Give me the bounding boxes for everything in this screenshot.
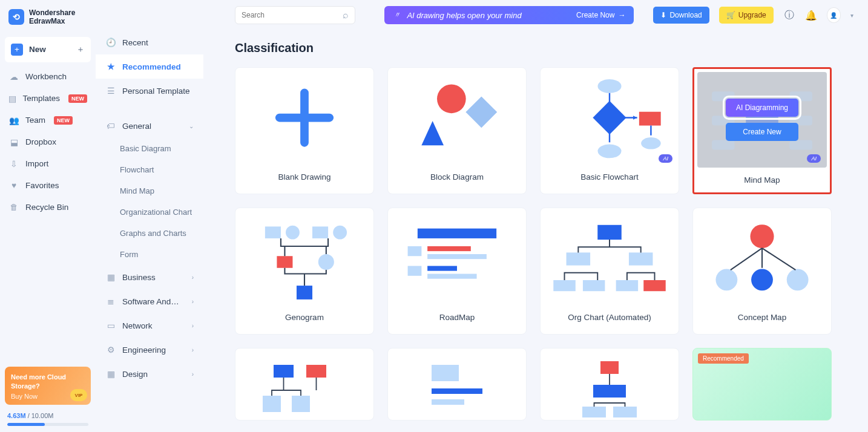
doc-icon: ☰ bbox=[105, 85, 116, 96]
svg-rect-30 bbox=[567, 252, 591, 265]
cat-software[interactable]: ≣ Software And…› bbox=[96, 289, 203, 313]
card-thumb bbox=[235, 208, 373, 308]
business-icon: ▦ bbox=[105, 272, 116, 283]
sub-mind-map[interactable]: Mind Map bbox=[96, 180, 203, 201]
card-blank-drawing[interactable]: Blank Drawing bbox=[235, 67, 374, 194]
download-button[interactable]: ⬇ Download bbox=[653, 7, 709, 24]
sub-org-chart[interactable]: Organizational Chart bbox=[96, 201, 203, 223]
card-org-chart[interactable]: Org Chart (Automated) bbox=[540, 208, 679, 335]
sub-graphs[interactable]: Graphs and Charts bbox=[96, 223, 203, 244]
ai-badge: AI bbox=[807, 154, 821, 163]
sidebar-item-import[interactable]: ⇩ Import bbox=[0, 153, 96, 175]
card-basic-flowchart[interactable]: AI Basic Flowchart bbox=[540, 67, 679, 194]
design-icon: ▦ bbox=[105, 368, 116, 379]
section-title: Classification bbox=[235, 41, 853, 55]
card-partial-2[interactable] bbox=[387, 348, 527, 421]
new-label: New bbox=[29, 45, 46, 54]
chevron-right-icon: › bbox=[192, 298, 194, 305]
card-block-diagram[interactable]: Block Diagram bbox=[387, 67, 527, 194]
create-now-link[interactable]: Create Now → bbox=[576, 11, 625, 19]
search-box[interactable]: ⌕ bbox=[235, 6, 355, 24]
storage-info: 4.63M / 10.00M bbox=[0, 410, 96, 419]
download-icon: ⬇ bbox=[660, 11, 666, 19]
promo-title: Need more Cloud Storage? bbox=[11, 373, 85, 390]
svg-point-0 bbox=[437, 85, 466, 114]
card-label: Block Diagram bbox=[430, 168, 484, 182]
card-label: Concept Map bbox=[738, 308, 786, 322]
new-button[interactable]: + New ＋ bbox=[5, 37, 91, 62]
ai-banner[interactable]: 〃 AI drawing helps open your mind Create… bbox=[384, 6, 634, 24]
sidebar-item-templates[interactable]: ▤ Templates NEW bbox=[0, 88, 96, 110]
svg-rect-40 bbox=[274, 365, 294, 378]
create-new-button[interactable]: Create New bbox=[726, 123, 798, 141]
svg-rect-29 bbox=[597, 225, 622, 240]
sub-basic-diagram[interactable]: Basic Diagram bbox=[96, 138, 203, 159]
card-recommended[interactable]: Recommended bbox=[692, 348, 832, 421]
svg-rect-24 bbox=[427, 246, 471, 251]
svg-rect-46 bbox=[432, 399, 464, 405]
sidebar-item-workbench[interactable]: ☁ Workbench bbox=[0, 66, 96, 88]
card-partial-1[interactable] bbox=[235, 348, 374, 421]
sidebar-item-team[interactable]: 👥 Team NEW bbox=[0, 110, 96, 131]
arrow-right-icon: → bbox=[618, 11, 625, 19]
cat-design[interactable]: ▦ Design› bbox=[96, 362, 203, 386]
card-overlay: AI Diagramming Create New bbox=[726, 99, 798, 141]
template-grid: Blank Drawing Block Diagram AI Basic Flo… bbox=[235, 67, 853, 421]
card-concept-map[interactable]: Concept Map bbox=[692, 208, 832, 335]
card-label: Org Chart (Automated) bbox=[568, 308, 651, 322]
cat-recommended[interactable]: ★ Recommended bbox=[96, 54, 203, 79]
chevron-down-icon[interactable]: ▾ bbox=[850, 12, 853, 19]
sidebar-item-recyclebin[interactable]: 🗑 Recycle Bin bbox=[0, 197, 96, 218]
bell-icon[interactable]: 🔔 bbox=[805, 8, 817, 22]
cat-business[interactable]: ▦ Business› bbox=[96, 265, 203, 289]
card-thumb bbox=[693, 208, 831, 308]
help-icon[interactable]: ⓘ bbox=[783, 8, 795, 22]
logo-icon: ⟲ bbox=[8, 9, 24, 25]
card-partial-3[interactable] bbox=[540, 348, 679, 421]
card-thumb bbox=[388, 208, 526, 308]
chevron-right-icon: › bbox=[192, 274, 194, 281]
storage-promo[interactable]: Need more Cloud Storage? Buy Now VIP bbox=[5, 367, 91, 405]
svg-rect-11 bbox=[712, 140, 734, 149]
sidebar-item-dropbox[interactable]: ⬓ Dropbox bbox=[0, 131, 96, 153]
sub-flowchart[interactable]: Flowchart bbox=[96, 159, 203, 180]
search-icon: ⌕ bbox=[343, 10, 349, 21]
search-input[interactable] bbox=[242, 11, 343, 19]
card-label: RoadMap bbox=[439, 308, 475, 322]
software-icon: ≣ bbox=[105, 296, 116, 307]
clock-icon: 🕘 bbox=[105, 37, 116, 48]
svg-point-36 bbox=[750, 224, 774, 248]
avatar[interactable]: 👤 bbox=[827, 7, 841, 23]
cat-personal-template[interactable]: ☰ Personal Template bbox=[96, 79, 203, 103]
app-logo: ⟲ Wondershare EdrawMax bbox=[0, 6, 96, 37]
chevron-right-icon: › bbox=[192, 347, 194, 353]
tag-icon: 🏷 bbox=[105, 120, 116, 131]
svg-rect-42 bbox=[263, 396, 281, 412]
sidebar-main: ⟲ Wondershare EdrawMax + New ＋ ☁ Workben… bbox=[0, 0, 96, 432]
cat-recent[interactable]: 🕘 Recent bbox=[96, 30, 203, 54]
main-content: ⌕ 〃 AI drawing helps open your mind Crea… bbox=[203, 0, 868, 432]
cat-engineering[interactable]: ⚙ Engineering› bbox=[96, 338, 203, 362]
sub-form[interactable]: Form bbox=[96, 244, 203, 265]
svg-rect-31 bbox=[629, 252, 653, 265]
dropbox-icon: ⬓ bbox=[8, 137, 19, 148]
card-mind-map[interactable]: AI Diagramming Create New AI Mind Map bbox=[692, 67, 832, 194]
chevron-down-icon: ⌄ bbox=[189, 123, 194, 129]
ai-diagramming-button[interactable]: AI Diagramming bbox=[726, 99, 798, 117]
card-roadmap[interactable]: RoadMap bbox=[387, 208, 527, 335]
card-label: Basic Flowchart bbox=[580, 168, 638, 182]
card-genogram[interactable]: Genogram bbox=[235, 208, 374, 335]
star-icon: ★ bbox=[105, 61, 116, 72]
card-label: Mind Map bbox=[744, 171, 780, 185]
sidebar-item-favorites[interactable]: ♥ Favorites bbox=[0, 175, 96, 197]
cat-general[interactable]: 🏷 General ⌄ bbox=[96, 114, 203, 138]
upgrade-button[interactable]: 🛒 Upgrade bbox=[719, 7, 774, 24]
svg-point-6 bbox=[597, 144, 621, 158]
svg-point-3 bbox=[597, 79, 621, 93]
svg-point-16 bbox=[286, 226, 300, 240]
svg-rect-32 bbox=[553, 280, 575, 291]
svg-rect-34 bbox=[616, 280, 638, 291]
svg-rect-47 bbox=[593, 385, 626, 398]
svg-rect-4 bbox=[593, 101, 626, 134]
cat-network[interactable]: ▭ Network› bbox=[96, 313, 203, 338]
